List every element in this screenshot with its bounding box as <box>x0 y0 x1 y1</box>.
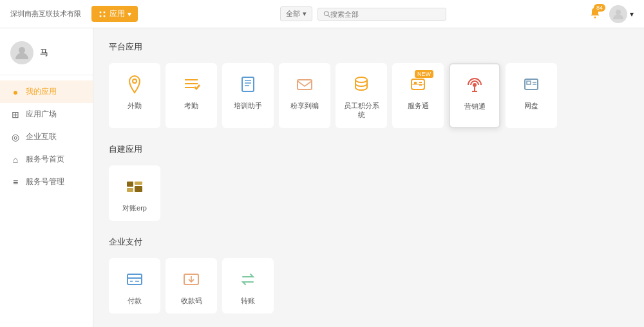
svg-point-6 <box>594 17 596 19</box>
app-icon-waibao <box>122 71 147 97</box>
app-item-wangpan[interactable]: 网盘 <box>506 63 557 128</box>
app-label-yingxiao: 营销通 <box>464 102 486 111</box>
app-icon-duizhang-erp <box>122 174 147 200</box>
sidebar-avatar <box>10 41 33 64</box>
sidebar-item-label: 应用广场 <box>26 109 57 120</box>
sidebar-user-icon <box>14 45 30 61</box>
app-icon-fuwutong: NEW <box>405 71 431 97</box>
svg-rect-24 <box>128 274 142 285</box>
sidebar-item-label: 企业互联 <box>26 131 57 142</box>
sidebar: 马 ● 我的应用⊞ 应用广场◎ 企业互联⌂ 服务号首页≡ 服务号管理 <box>0 28 93 327</box>
notification-bell[interactable]: 84 <box>589 6 601 21</box>
section-title-enterprise-pay: 企业支付 <box>109 236 629 248</box>
header-right: 84 ▾ <box>589 5 634 23</box>
notification-badge: 84 <box>594 4 605 12</box>
search-box <box>317 8 446 21</box>
apps-grid-platform-apps: 外勤考勤培训助手粉享到编员工积分系统NEW服务通营销通网盘 <box>109 63 629 128</box>
sidebar-icon: ◎ <box>10 132 21 142</box>
apps-grid-enterprise-pay: 付款收款码转账 <box>109 258 629 313</box>
app-label-zhifu1: 付款 <box>128 296 142 305</box>
sidebar-item-label: 服务号管理 <box>26 176 64 187</box>
app-label-zhifu2: 收款码 <box>181 296 202 305</box>
app-label-kaoqin: 考勤 <box>184 101 198 110</box>
sidebar-item-service-mgr[interactable]: ≡ 服务号管理 <box>0 171 93 193</box>
app-icon-fenxiang <box>292 71 317 97</box>
main: 马 ● 我的应用⊞ 应用广场◎ 企业互联⌂ 服务号首页≡ 服务号管理 平台应用外… <box>0 28 644 327</box>
svg-line-5 <box>328 15 330 17</box>
scope-arrow: ▾ <box>303 10 307 17</box>
app-item-zhifu1[interactable]: 付款 <box>109 258 160 313</box>
app-item-fuwutong[interactable]: NEW服务通 <box>392 63 444 128</box>
svg-rect-22 <box>135 182 142 185</box>
app-item-yingxiao[interactable]: 营销通 <box>449 63 500 128</box>
sidebar-icon: ● <box>10 87 21 97</box>
sidebar-item-app-market[interactable]: ⊞ 应用广场 <box>0 103 93 126</box>
svg-point-14 <box>473 83 477 87</box>
sidebar-icon: ≡ <box>10 177 21 187</box>
svg-rect-17 <box>527 81 531 84</box>
app-icon-zhifu1 <box>122 266 147 292</box>
apps-grid-custom-apps: 对账erp <box>109 165 629 221</box>
svg-point-9 <box>133 79 137 83</box>
app-icon-yingxiao <box>462 72 488 98</box>
app-icon-employee <box>348 71 374 97</box>
app-button[interactable]: 应用 ▾ <box>91 6 138 22</box>
app-item-kaoqin[interactable]: 考勤 <box>166 63 217 128</box>
app-label-employee: 员工积分系统 <box>341 101 381 120</box>
app-item-peixun[interactable]: 培训助手 <box>222 63 274 128</box>
app-label-duizhang-erp: 对账erp <box>122 203 147 212</box>
app-label-wangpan: 网盘 <box>524 101 538 110</box>
app-item-zhifu2[interactable]: 收款码 <box>166 258 217 313</box>
app-label-waibao: 外勤 <box>128 101 142 110</box>
svg-point-7 <box>616 10 621 15</box>
sidebar-nav: ● 我的应用⊞ 应用广场◎ 企业互联⌂ 服务号首页≡ 服务号管理 <box>0 80 93 193</box>
app-item-zhifu3[interactable]: 转账 <box>222 258 274 313</box>
new-badge-fuwutong: NEW <box>415 70 433 78</box>
app-item-employee[interactable]: 员工积分系统 <box>336 63 387 128</box>
svg-rect-10 <box>242 77 254 91</box>
section-custom-apps: 自建应用对账erp <box>109 144 629 221</box>
sidebar-username: 马 <box>40 47 48 59</box>
sidebar-item-enterprise-互联[interactable]: ◎ 企业互联 <box>0 126 93 148</box>
svg-rect-11 <box>298 80 312 89</box>
section-title-custom-apps: 自建应用 <box>109 144 629 155</box>
app-icon <box>98 10 107 19</box>
header: 深圳南燕互联技术有限 应用 ▾ 全部 ▾ <box>0 0 644 28</box>
svg-rect-20 <box>127 182 133 187</box>
app-item-waibao[interactable]: 外勤 <box>109 63 160 128</box>
app-label-zhifu3: 转账 <box>241 296 255 305</box>
sidebar-item-label: 我的应用 <box>26 86 57 97</box>
svg-point-1 <box>104 11 106 13</box>
app-item-fenxiang[interactable]: 粉享到编 <box>279 63 330 128</box>
app-icon-peixun <box>235 71 261 97</box>
app-icon-wangpan <box>518 71 544 97</box>
app-icon-zhifu3 <box>235 266 261 292</box>
user-icon <box>612 8 625 21</box>
search-icon <box>323 10 330 18</box>
dropdown-arrow: ▾ <box>128 10 131 19</box>
content-area: 平台应用外勤考勤培训助手粉享到编员工积分系统NEW服务通营销通网盘自建应用对账e… <box>93 28 644 327</box>
svg-point-3 <box>104 15 106 17</box>
app-item-duizhang-erp[interactable]: 对账erp <box>109 165 160 221</box>
user-dropdown[interactable]: ▾ <box>609 5 634 23</box>
sections-container: 平台应用外勤考勤培训助手粉享到编员工积分系统NEW服务通营销通网盘自建应用对账e… <box>109 41 629 313</box>
scope-label: 全部 <box>286 10 300 17</box>
scope-selector[interactable]: 全部 ▾ <box>280 6 312 21</box>
company-name: 深圳南燕互联技术有限 <box>10 9 81 19</box>
header-center: 全部 ▾ <box>280 6 446 21</box>
svg-point-0 <box>100 11 102 13</box>
section-platform-apps: 平台应用外勤考勤培训助手粉享到编员工积分系统NEW服务通营销通网盘 <box>109 41 629 128</box>
section-title-platform-apps: 平台应用 <box>109 41 629 53</box>
sidebar-item-my-apps[interactable]: ● 我的应用 <box>0 80 93 103</box>
sidebar-item-service-home[interactable]: ⌂ 服务号首页 <box>0 148 93 171</box>
section-enterprise-pay: 企业支付付款收款码转账 <box>109 236 629 313</box>
app-icon-zhifu2 <box>178 266 204 292</box>
app-label-peixun: 培训助手 <box>234 101 262 110</box>
app-icon-kaoqin <box>178 71 204 97</box>
search-input[interactable] <box>330 10 440 18</box>
sidebar-icon: ⊞ <box>10 109 21 120</box>
app-label-fenxiang: 粉享到编 <box>290 101 319 110</box>
avatar <box>609 5 627 23</box>
header-left: 深圳南燕互联技术有限 应用 ▾ <box>10 6 138 22</box>
dropdown-arrow: ▾ <box>630 10 634 19</box>
